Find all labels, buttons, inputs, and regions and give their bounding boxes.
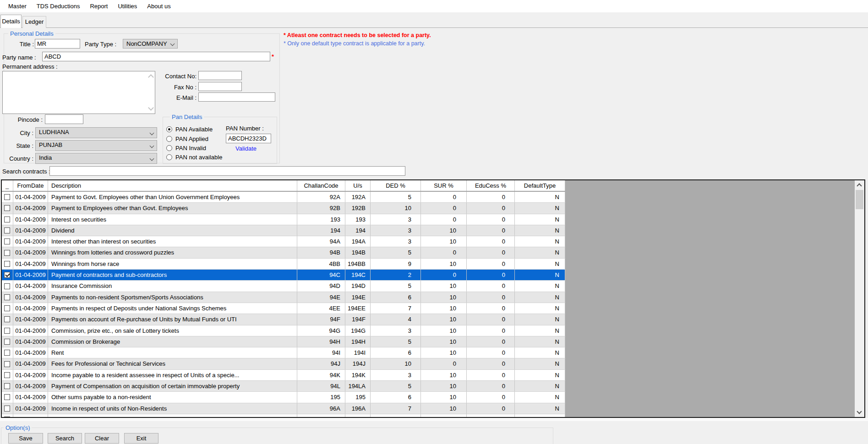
validate-link[interactable]: Validate <box>235 145 257 152</box>
cell-us: 194E <box>345 292 371 303</box>
table-row[interactable]: 01-04-2009Interest other than interest o… <box>2 236 565 247</box>
table-row[interactable]: 01-04-2009Payments in respect of Units t… <box>2 414 565 417</box>
table-row[interactable]: 01-04-2009Payments in respect of Deposit… <box>2 303 565 314</box>
save-button[interactable]: Save <box>8 433 43 444</box>
table-row[interactable]: 01-04-2009Income payable to a resident a… <box>2 370 565 381</box>
table-row[interactable]: 01-04-2009Commission, prize etc., on sal… <box>2 325 565 336</box>
cell-description: Commission or Brokerage <box>48 336 297 347</box>
city-dropdown[interactable]: LUDHIANA <box>35 127 157 138</box>
tab-details[interactable]: Details <box>0 15 22 28</box>
scroll-up-icon[interactable] <box>148 74 154 80</box>
scroll-down-icon[interactable] <box>148 105 154 111</box>
state-dropdown[interactable]: PUNJAB <box>35 140 157 151</box>
scrollbar-down-button[interactable] <box>855 408 864 417</box>
tab-ledger[interactable]: Ledger <box>22 16 46 28</box>
row-checkbox[interactable] <box>4 339 10 345</box>
cell-ded: 4 <box>371 314 421 325</box>
header-educess[interactable]: EduCess % <box>467 180 515 191</box>
table-row[interactable]: 01-04-2009Payment to Govt. Employees oth… <box>2 192 565 203</box>
scrollbar-up-button[interactable] <box>855 180 864 190</box>
table-row[interactable]: 01-04-2009Rent94I194I6100N <box>2 347 565 358</box>
table-row[interactable]: 01-04-2009Dividend1941943100N <box>2 225 565 236</box>
table-row[interactable]: 01-04-2009Commission or Brokerage94H194H… <box>2 336 565 347</box>
cell-us: 194I <box>345 347 371 358</box>
radio-pan-applied[interactable]: PAN Applied <box>166 135 208 142</box>
menu-master[interactable]: Master <box>3 0 32 12</box>
permanent-address-textarea[interactable] <box>2 71 155 114</box>
row-checkbox[interactable] <box>4 361 10 367</box>
row-checkbox[interactable] <box>4 383 10 389</box>
menu-about-us[interactable]: About us <box>142 0 175 12</box>
cell-educess: 0 <box>467 314 515 325</box>
table-row[interactable]: 01-04-2009Payment to Employees other tha… <box>2 203 565 214</box>
pan-details-title: Pan Details <box>170 114 204 120</box>
table-row[interactable]: 01-04-2009Payments on account of Re-purc… <box>2 314 565 325</box>
header-challancode[interactable]: ChallanCode <box>297 180 345 191</box>
row-checkbox[interactable] <box>4 194 10 200</box>
header-fromdate[interactable]: FromDate <box>13 180 48 191</box>
menu-report[interactable]: Report <box>85 0 113 12</box>
row-checkbox[interactable] <box>4 250 10 256</box>
party-name-input[interactable] <box>42 52 270 61</box>
header-defaulttype[interactable]: DefaultType <box>515 180 565 191</box>
table-row[interactable]: 01-04-2009Fees for Professional or Techn… <box>2 358 565 369</box>
row-checkbox[interactable] <box>4 294 10 300</box>
cell-educess: 0 <box>467 192 515 202</box>
clear-button[interactable]: Clear <box>85 433 119 444</box>
row-checkbox[interactable] <box>4 316 10 322</box>
table-row[interactable]: 01-04-2009Payment of Compensation on acq… <box>2 381 565 392</box>
row-checkbox[interactable] <box>4 305 10 311</box>
pan-number-input[interactable] <box>226 134 271 143</box>
table-row[interactable]: 01-04-2009Winnings from horse race4BB194… <box>2 259 565 270</box>
radio-pan-invalid[interactable]: PAN Invalid <box>166 144 206 152</box>
row-checkbox[interactable] <box>4 372 10 378</box>
row-select-cell <box>2 303 13 314</box>
row-checkbox[interactable] <box>4 394 10 400</box>
menu-tds-deductions[interactable]: TDS Deductions <box>32 0 85 12</box>
row-checkbox[interactable] <box>4 350 10 356</box>
country-dropdown[interactable]: India <box>35 153 157 164</box>
vertical-scrollbar[interactable] <box>855 180 864 417</box>
table-row[interactable]: 01-04-2009Income in respect of units of … <box>2 403 565 414</box>
row-checkbox[interactable] <box>4 217 10 222</box>
cell-fromdate: 01-04-2009 <box>13 259 48 269</box>
email-input[interactable] <box>198 92 275 102</box>
menu-utilities[interactable]: Utilities <box>113 0 142 12</box>
table-row[interactable]: 01-04-2009Other sums payable to a non-re… <box>2 392 565 403</box>
row-checkbox[interactable] <box>4 238 10 244</box>
row-checkbox[interactable] <box>4 205 10 211</box>
cell-defaulttype: N <box>515 403 565 414</box>
row-select-cell <box>2 281 13 291</box>
header-us[interactable]: U/s <box>345 180 371 191</box>
header-sur[interactable]: SUR % <box>421 180 467 191</box>
table-row[interactable]: 01-04-2009Payments to non-resident Sport… <box>2 292 565 303</box>
table-row[interactable]: 01-04-2009Payment of contractors and sub… <box>2 270 565 281</box>
row-checkbox[interactable] <box>4 283 10 289</box>
pincode-input[interactable] <box>45 114 83 124</box>
cell-educess: 0 <box>467 247 515 258</box>
scrollbar-thumb[interactable] <box>856 190 863 209</box>
radio-pan-not-available[interactable]: PAN not available <box>166 153 222 161</box>
table-row[interactable]: 01-04-2009Insurance Commission94D194D510… <box>2 281 565 292</box>
cell-defaulttype: N <box>515 247 565 258</box>
table-row[interactable]: 01-04-2009Winnings from lotteries and cr… <box>2 247 565 258</box>
fax-no-input[interactable] <box>198 82 242 91</box>
contact-no-input[interactable] <box>198 71 242 80</box>
title-input[interactable] <box>35 39 80 49</box>
row-checkbox[interactable] <box>4 227 10 233</box>
table-row[interactable]: 01-04-2009Interest on securities19319330… <box>2 214 565 225</box>
search-contracts-input[interactable] <box>49 166 405 176</box>
search-button[interactable]: Search <box>48 433 82 444</box>
radio-pan-available[interactable]: PAN Available <box>166 125 213 133</box>
row-checkbox[interactable] <box>4 328 10 334</box>
row-checkbox[interactable] <box>4 261 10 267</box>
header-ded[interactable]: DED % <box>371 180 421 191</box>
country-value: India <box>39 154 52 161</box>
exit-button[interactable]: Exit <box>124 433 158 444</box>
party-type-dropdown[interactable]: NonCOMPANY <box>123 39 178 49</box>
row-checkbox[interactable] <box>4 406 10 412</box>
row-checkbox[interactable] <box>4 272 10 278</box>
header-description[interactable]: Description <box>48 180 297 191</box>
cell-sur: 10 <box>421 236 467 247</box>
row-checkbox[interactable] <box>4 417 10 417</box>
